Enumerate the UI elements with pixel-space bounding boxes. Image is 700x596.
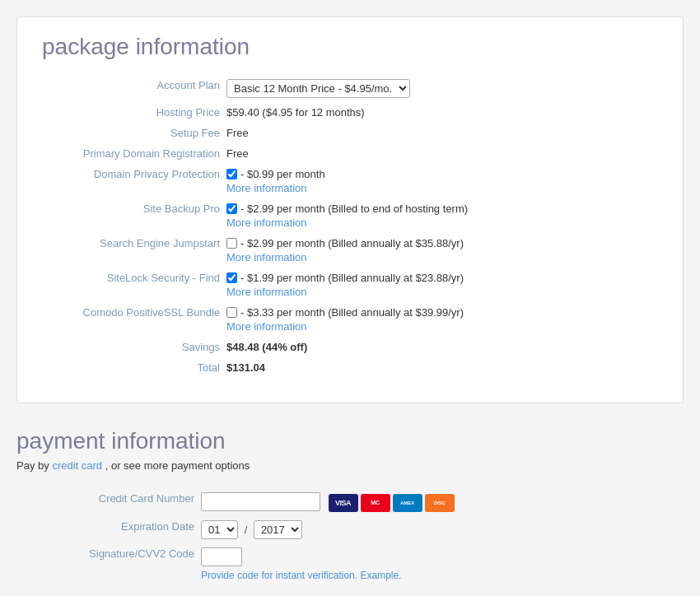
total-label: Total: [42, 357, 223, 378]
savings-label: Savings: [42, 337, 223, 357]
discover-icon: DISC: [425, 494, 455, 512]
package-table: Account PlanBasic 12 Month Price - $4.95…: [42, 75, 658, 378]
expiration-label: Expiration Date: [16, 516, 198, 543]
visa-icon: VISA: [329, 494, 358, 512]
credit-card-label: Credit Card Number: [16, 488, 198, 516]
credit-card-value-cell: VISA MC AMEX DISC: [198, 488, 684, 516]
expiration-value-cell: 010203040506070809101112 / 2017201820192…: [198, 516, 684, 543]
row-label-8: Comodo PositiveSSL Bundle: [42, 302, 223, 337]
account-plan-select[interactable]: Basic 12 Month Price - $4.95/mo.Basic 1 …: [226, 79, 410, 98]
checkbox-4[interactable]: [226, 169, 237, 179]
checkbox-7[interactable]: [226, 272, 237, 283]
row-value-1: $59.40 ($4.95 for 12 months): [223, 102, 658, 123]
package-row-6: Search Engine Jumpstart- $2.99 per month…: [42, 233, 658, 268]
checkbox-6[interactable]: [226, 238, 237, 249]
package-row-4: Domain Privacy Protection- $0.99 per mon…: [42, 164, 658, 198]
row-label-5: Site Backup Pro: [42, 198, 223, 233]
cvv-label: Signature/CVV2 Code: [16, 543, 198, 585]
package-row-5: Site Backup Pro- $2.99 per month (Billed…: [42, 198, 658, 233]
row-value-6: - $2.99 per month (Billed annually at $3…: [223, 233, 658, 268]
mastercard-icon: MC: [361, 494, 390, 512]
payment-title: payment information: [16, 428, 684, 454]
amex-icon: AMEX: [393, 494, 422, 512]
row-value-7: - $1.99 per month (Billed annually at $2…: [223, 268, 658, 302]
row-value-8: - $3.33 per month (Billed annually at $3…: [223, 302, 658, 337]
more-info-link-4[interactable]: More information: [226, 182, 655, 194]
row-label-0: Account Plan: [42, 75, 223, 102]
expiration-year-select[interactable]: 201720182019202020212022202320242025: [254, 520, 302, 539]
row-label-4: Domain Privacy Protection: [42, 164, 223, 198]
package-row-1: Hosting Price$59.40 ($4.95 for 12 months…: [42, 102, 658, 123]
checkbox-5[interactable]: [226, 203, 237, 214]
row-value-4: - $0.99 per monthMore information: [223, 164, 658, 198]
more-info-link-8[interactable]: More information: [226, 320, 655, 333]
total-value: $131.04: [223, 357, 658, 378]
row-label-3: Primary Domain Registration: [42, 143, 223, 164]
card-icons: VISA MC AMEX DISC: [329, 494, 455, 512]
checkbox-label-6: - $2.99 per month (Billed annually at $3…: [240, 237, 464, 249]
more-info-link-5[interactable]: More information: [226, 217, 655, 229]
checkbox-label-7: - $1.99 per month (Billed annually at $2…: [240, 272, 464, 284]
savings-value: $48.48 (44% off): [223, 337, 658, 357]
checkbox-label-4: - $0.99 per month: [240, 168, 325, 180]
more-info-link-6[interactable]: More information: [226, 251, 655, 263]
row-label-6: Search Engine Jumpstart: [42, 233, 223, 268]
expiration-row: Expiration Date 010203040506070809101112…: [16, 516, 684, 543]
row-value-2: Free: [223, 123, 658, 143]
expiration-month-select[interactable]: 010203040506070809101112: [201, 520, 238, 539]
cvv-value-cell: Provide code for instant verification. E…: [198, 543, 684, 585]
checkbox-label-5: - $2.99 per month (Billed to end of host…: [240, 203, 468, 215]
package-row-0: Account PlanBasic 12 Month Price - $4.95…: [42, 75, 658, 102]
credit-card-row: Credit Card Number VISA MC AMEX DISC: [16, 488, 684, 516]
package-information-section: package information Account PlanBasic 12…: [16, 16, 684, 403]
package-title: package information: [42, 34, 658, 60]
pay-by-text: Pay by credit card , or see more payment…: [16, 459, 684, 472]
payment-information-section: payment information Pay by credit card ,…: [16, 428, 684, 585]
checkbox-8[interactable]: [226, 307, 237, 318]
cvv-input[interactable]: [201, 547, 242, 566]
package-row-2: Setup FeeFree: [42, 123, 658, 143]
row-label-2: Setup Fee: [42, 123, 223, 143]
total-row: Total $131.04: [42, 357, 658, 378]
credit-card-link[interactable]: credit card: [52, 459, 102, 472]
row-value-3: Free: [223, 143, 658, 164]
checkbox-label-8: - $3.33 per month (Billed annually at $3…: [240, 306, 464, 319]
row-value-0: Basic 12 Month Price - $4.95/mo.Basic 1 …: [223, 75, 658, 102]
cvv-provide-text: Provide code for instant verification. E…: [201, 570, 680, 581]
payment-table: Credit Card Number VISA MC AMEX DISC Exp…: [16, 488, 684, 585]
date-divider: /: [245, 524, 248, 536]
row-label-7: SiteLock Security - Find: [42, 268, 223, 302]
cvv-row: Signature/CVV2 Code Provide code for ins…: [16, 543, 684, 585]
row-value-5: - $2.99 per month (Billed to end of host…: [223, 198, 658, 233]
credit-card-input[interactable]: [201, 492, 320, 511]
row-label-1: Hosting Price: [42, 102, 223, 123]
package-row-3: Primary Domain RegistrationFree: [42, 143, 658, 164]
package-row-7: SiteLock Security - Find- $1.99 per mont…: [42, 268, 658, 302]
package-row-8: Comodo PositiveSSL Bundle- $3.33 per mon…: [42, 302, 658, 337]
savings-row: Savings $48.48 (44% off): [42, 337, 658, 357]
more-info-link-7[interactable]: More information: [226, 286, 655, 298]
